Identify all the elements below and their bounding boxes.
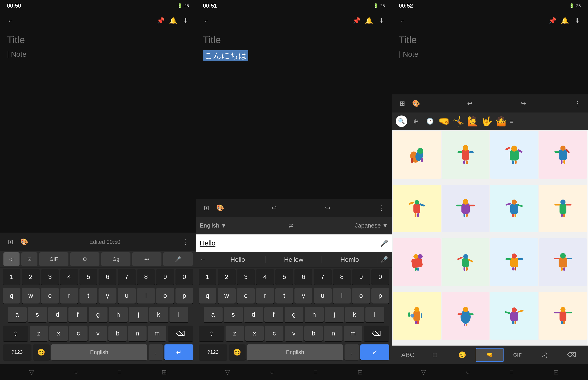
key-b[interactable]: b xyxy=(108,325,127,341)
back-button-2[interactable]: ← xyxy=(201,15,212,26)
sticker-cat-5[interactable]: 🤷 xyxy=(495,115,507,127)
key-a-p2[interactable]: a xyxy=(204,307,223,322)
key-4[interactable]: 4 xyxy=(60,269,78,285)
note-title-2[interactable]: Title xyxy=(203,35,385,45)
key-o[interactable]: o xyxy=(156,288,174,304)
menu-nav-3[interactable]: ≡ xyxy=(510,368,513,376)
pin-icon-2[interactable]: 📌 xyxy=(351,15,362,26)
sticker-item-7[interactable] xyxy=(490,185,538,232)
grid-nav-1[interactable]: ⊞ xyxy=(161,368,167,376)
sticker-cat-3[interactable]: 🙋 xyxy=(467,115,478,127)
shift-key-2[interactable]: ⇧ xyxy=(199,325,224,341)
enter-key-2[interactable]: ✓ xyxy=(360,344,389,360)
menu-nav-1[interactable]: ≡ xyxy=(118,368,121,376)
note-title-3[interactable]: Title xyxy=(399,35,581,45)
key-9-p2[interactable]: 9 xyxy=(352,269,370,285)
delete-key-2[interactable]: ⌫ xyxy=(364,325,389,341)
key-1-p2[interactable]: 1 xyxy=(199,269,216,285)
back-suggestion[interactable]: ← xyxy=(200,256,206,263)
redo-icon-3[interactable]: ↪ xyxy=(518,98,529,109)
key-w-p2[interactable]: w xyxy=(218,288,236,304)
circle-nav-3[interactable]: ○ xyxy=(466,368,470,376)
clipboard-key[interactable]: ⊡ xyxy=(21,252,38,266)
key-7[interactable]: 7 xyxy=(118,269,136,285)
key-s[interactable]: s xyxy=(28,307,47,322)
mic-suggestion[interactable]: 🎤 xyxy=(380,256,388,263)
add-icon-1[interactable]: ⊞ xyxy=(5,236,16,248)
back-func-key[interactable]: ◁ xyxy=(3,252,20,266)
key-8-p2[interactable]: 8 xyxy=(333,269,351,285)
sticker-item-6[interactable] xyxy=(442,185,490,232)
circle-nav-1[interactable]: ○ xyxy=(74,368,78,376)
key-f[interactable]: f xyxy=(68,307,87,322)
back-button-3[interactable]: ← xyxy=(397,15,408,26)
key-z[interactable]: z xyxy=(30,325,48,341)
add-icon-3[interactable]: ⊞ xyxy=(397,98,408,109)
key-3[interactable]: 3 xyxy=(41,269,59,285)
key-y[interactable]: y xyxy=(98,288,117,304)
key-i[interactable]: i xyxy=(137,288,155,304)
key-r[interactable]: r xyxy=(60,288,78,304)
key-9[interactable]: 9 xyxy=(156,269,174,285)
mic-icon-translate[interactable]: 🎤 xyxy=(380,240,388,247)
key-l[interactable]: l xyxy=(170,307,188,322)
key-u[interactable]: u xyxy=(118,288,136,304)
key-x-p2[interactable]: x xyxy=(245,325,264,341)
sticker-item-1[interactable] xyxy=(393,131,441,179)
key-y-p2[interactable]: y xyxy=(294,288,312,304)
more-icon-3[interactable]: ⋮ xyxy=(572,98,583,109)
key-d-p2[interactable]: d xyxy=(244,307,263,322)
key-m[interactable]: m xyxy=(148,325,166,341)
key-x[interactable]: x xyxy=(49,325,68,341)
home-nav-2[interactable]: ▽ xyxy=(225,368,230,376)
period-key-1[interactable]: . xyxy=(149,344,163,360)
key-5[interactable]: 5 xyxy=(79,269,98,285)
home-nav-3[interactable]: ▽ xyxy=(421,368,426,376)
key-b-p2[interactable]: b xyxy=(304,325,323,341)
pin-icon-1[interactable]: 📌 xyxy=(155,15,167,26)
palette-icon-1[interactable]: 🎨 xyxy=(19,236,30,248)
sticker-item-9[interactable] xyxy=(393,238,441,286)
key-m-p2[interactable]: m xyxy=(344,325,362,341)
delete-key-1[interactable]: ⌫ xyxy=(168,325,193,341)
key-n[interactable]: n xyxy=(128,325,147,341)
to-lang-selector[interactable]: Japanese ▼ xyxy=(355,222,388,229)
note-content-1[interactable]: | Note xyxy=(7,50,189,58)
key-c[interactable]: c xyxy=(69,325,88,341)
gif-key[interactable]: GIF xyxy=(39,252,68,266)
space-key-1[interactable]: English xyxy=(51,344,147,360)
sticker-item-5[interactable] xyxy=(393,185,441,232)
note-title-1[interactable]: Title xyxy=(7,35,189,45)
key-e[interactable]: e xyxy=(41,288,59,304)
key-p-p2[interactable]: p xyxy=(372,288,389,304)
emoji-kb-gif-sticker[interactable]: 🤜 xyxy=(476,348,504,362)
emoji-kb-abc[interactable]: ABC xyxy=(394,348,421,362)
key-5-p2[interactable]: 5 xyxy=(275,269,293,285)
sticker-recent-icon[interactable]: 🕐 xyxy=(424,115,436,127)
key-0[interactable]: 0 xyxy=(176,269,193,285)
key-j-p2[interactable]: j xyxy=(325,307,344,322)
key-d[interactable]: d xyxy=(48,307,67,322)
num-key-1[interactable]: ?123 xyxy=(3,344,32,360)
menu-nav-2[interactable]: ≡ xyxy=(314,368,317,376)
emoji-kb-emoji[interactable]: 😊 xyxy=(449,348,476,362)
key-g[interactable]: g xyxy=(89,307,107,322)
more-keys[interactable]: ••• xyxy=(132,252,161,266)
note-content-3[interactable]: | Note xyxy=(399,50,581,58)
key-z-p2[interactable]: z xyxy=(226,325,244,341)
key-7-p2[interactable]: 7 xyxy=(314,269,332,285)
period-key-2[interactable]: . xyxy=(345,344,359,360)
key-6-p2[interactable]: 6 xyxy=(294,269,312,285)
sticker-item-13[interactable] xyxy=(393,292,441,340)
bell-icon-2[interactable]: 🔔 xyxy=(363,15,375,26)
undo-icon-2[interactable]: ↩ xyxy=(268,202,280,214)
redo-icon-2[interactable]: ↪ xyxy=(322,202,333,214)
key-k[interactable]: k xyxy=(149,307,168,322)
key-g-p2[interactable]: g xyxy=(285,307,303,322)
key-u-p2[interactable]: u xyxy=(314,288,332,304)
back-button-1[interactable]: ← xyxy=(5,15,16,26)
emoji-key-1[interactable]: 😊 xyxy=(33,344,50,360)
bell-icon-1[interactable]: 🔔 xyxy=(167,15,179,26)
key-h-p2[interactable]: h xyxy=(305,307,324,322)
key-s-p2[interactable]: s xyxy=(224,307,243,322)
